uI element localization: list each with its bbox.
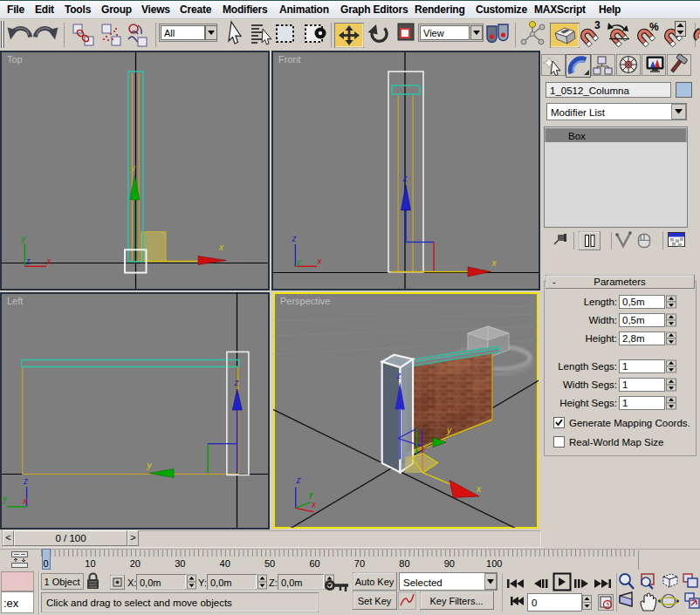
svg-text:0,5m: 0,5m xyxy=(622,297,645,307)
svg-text:Width Segs:: Width Segs: xyxy=(563,379,617,390)
svg-text:Height:: Height: xyxy=(586,333,617,344)
svg-text:z: z xyxy=(296,475,301,485)
svg-text:x: x xyxy=(22,496,28,506)
svg-text:0,5m: 0,5m xyxy=(622,315,645,325)
svg-text:1: 1 xyxy=(622,398,628,408)
svg-text:All: All xyxy=(164,28,175,38)
svg-text:x: x xyxy=(476,484,482,494)
svg-text:View: View xyxy=(423,28,444,38)
svg-text:1_0512_Columna: 1_0512_Columna xyxy=(550,85,629,96)
svg-text:Z:: Z: xyxy=(269,577,278,588)
svg-text:0,0m: 0,0m xyxy=(140,577,161,588)
svg-text:Selected: Selected xyxy=(403,577,443,588)
svg-text:x: x xyxy=(317,256,323,266)
svg-text:X:: X: xyxy=(127,577,136,588)
svg-text:z: z xyxy=(402,174,408,183)
svg-text:Box: Box xyxy=(568,131,586,141)
svg-text:40: 40 xyxy=(220,558,230,569)
svg-text:x: x xyxy=(218,243,224,252)
svg-text:Generate Mapping Coords.: Generate Mapping Coords. xyxy=(569,418,690,428)
svg-text:80: 80 xyxy=(399,558,409,569)
svg-text:Length Segs:: Length Segs: xyxy=(558,361,617,372)
svg-text:y: y xyxy=(130,163,136,173)
svg-text:Click and drag to select and m: Click and drag to select and move object… xyxy=(46,598,232,608)
svg-text:Auto Key: Auto Key xyxy=(355,577,395,587)
svg-text:z: z xyxy=(396,371,401,380)
svg-text:x: x xyxy=(491,258,498,268)
svg-text:0,0m: 0,0m xyxy=(210,577,231,588)
svg-text:z: z xyxy=(234,378,239,387)
svg-text:z: z xyxy=(25,256,31,266)
svg-text:3: 3 xyxy=(594,19,600,31)
svg-text:Parameters: Parameters xyxy=(594,277,646,287)
svg-text:20: 20 xyxy=(130,558,141,569)
svg-text:10: 10 xyxy=(85,558,95,569)
svg-text:y: y xyxy=(446,426,452,435)
svg-text:1 Object: 1 Object xyxy=(45,577,80,587)
svg-text:y: y xyxy=(20,234,26,243)
svg-text:Width:: Width: xyxy=(588,315,617,325)
svg-text:x: x xyxy=(46,256,52,266)
svg-text:x: x xyxy=(311,500,317,509)
svg-text:y: y xyxy=(296,257,302,267)
svg-text:Y:: Y: xyxy=(198,577,207,588)
svg-text:z: z xyxy=(23,476,28,486)
svg-text:Set Key: Set Key xyxy=(358,596,392,606)
svg-text:1: 1 xyxy=(622,361,628,372)
svg-text:z: z xyxy=(292,234,297,243)
svg-text:90: 90 xyxy=(444,558,455,569)
svg-text::ex: :ex xyxy=(3,597,19,610)
svg-text:60: 60 xyxy=(309,558,319,569)
svg-text:Modifier List: Modifier List xyxy=(551,107,606,118)
svg-text:0: 0 xyxy=(532,598,537,608)
svg-text:70: 70 xyxy=(354,558,365,569)
svg-text:y: y xyxy=(147,461,153,470)
svg-text:2,8m: 2,8m xyxy=(622,333,645,344)
svg-text:%: % xyxy=(649,21,659,33)
svg-text:Length:: Length: xyxy=(584,297,617,307)
svg-text:100: 100 xyxy=(486,558,502,569)
svg-text:-: - xyxy=(552,277,556,287)
svg-text:0,0m: 0,0m xyxy=(281,577,302,588)
svg-text:50: 50 xyxy=(264,558,275,569)
svg-text:0: 0 xyxy=(43,558,48,569)
svg-text:1: 1 xyxy=(622,379,628,390)
svg-text:Real-World Map Size: Real-World Map Size xyxy=(569,437,663,448)
svg-text:Key Filters...: Key Filters... xyxy=(429,596,483,606)
svg-text:30: 30 xyxy=(175,558,185,569)
svg-text:Height Segs:: Height Segs: xyxy=(559,398,617,408)
svg-text:y: y xyxy=(2,494,8,503)
